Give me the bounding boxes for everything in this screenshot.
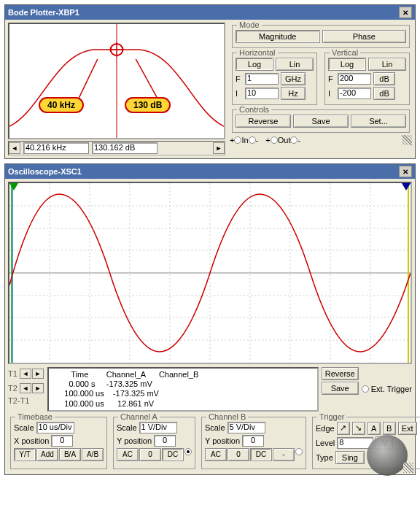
- channel-b-group: Channel B Scale5 V/Div Y position0 AC 0 …: [201, 417, 306, 469]
- vertical-group: Vertical Log Lin F200dB I-200dB: [324, 53, 410, 105]
- v-f-input[interactable]: 200: [338, 73, 371, 85]
- scroll-right-icon[interactable]: ►: [213, 142, 225, 154]
- mode-legend: Mode: [237, 20, 262, 29]
- cursor-readout: Time Channel_A Channel_B 0.000 s -173.32…: [47, 367, 319, 412]
- h-i-unit[interactable]: Hz: [281, 87, 306, 100]
- freq-callout: 40 kHz: [39, 97, 84, 113]
- t1-left-icon[interactable]: ◄: [20, 369, 31, 379]
- h-f-input[interactable]: 1: [245, 73, 279, 85]
- bode-titlebar[interactable]: Bode Plotter-XBP1 ✕: [5, 5, 415, 20]
- controls-group: Controls Reverse Save Set...: [232, 109, 410, 133]
- ab-button[interactable]: A/B: [82, 448, 104, 461]
- watermark-logo: [367, 435, 408, 476]
- timebase-group: Timebase Scale10 us/Div X position0 Y/T …: [10, 417, 107, 469]
- oscilloscope-display[interactable]: [8, 182, 412, 364]
- gain-callout: 130 dB: [125, 97, 171, 113]
- trig-type-button[interactable]: Sing: [335, 451, 365, 464]
- out-plus-radio[interactable]: [271, 136, 278, 144]
- osc-titlebar[interactable]: Oscilloscope-XSC1 ✕: [5, 164, 415, 179]
- cha-dc-button[interactable]: DC: [162, 448, 184, 461]
- edge-rising-icon[interactable]: ↗: [337, 422, 350, 435]
- cha-scale-input[interactable]: 1 V/Div: [139, 422, 177, 433]
- cursor-t2-marker[interactable]: [402, 183, 411, 190]
- bode-window: Bode Plotter-XBP1 ✕ 40 kHz 130 dB ◄: [4, 4, 416, 159]
- t2-right-icon[interactable]: ►: [32, 383, 44, 393]
- chb-scale-input[interactable]: 5 V/Div: [228, 422, 265, 433]
- oscilloscope-window: Oscilloscope-XSC1 ✕ T1 ◄► T2 ◄► T2-T1: [4, 163, 416, 475]
- in-plus-radio[interactable]: [234, 136, 241, 144]
- magnitude-button[interactable]: Magnitude: [236, 30, 320, 43]
- v-log-button[interactable]: Log: [328, 58, 366, 71]
- yt-button[interactable]: Y/T: [14, 448, 36, 461]
- in-minus-radio[interactable]: [249, 136, 256, 144]
- set-button[interactable]: Set...: [351, 115, 406, 128]
- v-f-unit[interactable]: dB: [373, 72, 395, 85]
- edge-falling-icon[interactable]: ↘: [352, 422, 365, 435]
- chb-ac-button[interactable]: AC: [205, 448, 227, 461]
- h-f-unit[interactable]: GHz: [281, 72, 306, 85]
- chb-dc-button[interactable]: DC: [250, 448, 272, 461]
- phase-button[interactable]: Phase: [322, 30, 407, 43]
- bode-readout-bar: ◄ 40.216 kHz 130.162 dB ►: [8, 141, 225, 155]
- ext-trigger-radio[interactable]: [362, 385, 369, 393]
- cursor-t1-marker[interactable]: [9, 183, 18, 190]
- cha-0-button[interactable]: 0: [139, 448, 161, 461]
- chb-ypos-input[interactable]: 0: [242, 435, 264, 447]
- resize-grip-icon[interactable]: [403, 463, 413, 473]
- bode-plot-area[interactable]: 40 kHz 130 dB: [8, 23, 225, 139]
- gain-readout: 130.162 dB: [92, 142, 158, 154]
- window-title: Oscilloscope-XSC1: [8, 167, 82, 176]
- osc-reverse-button[interactable]: Reverse: [322, 367, 359, 380]
- channel-a-group: Channel A Scale1 V/Div Y position0 AC 0 …: [113, 417, 195, 469]
- trig-a-button[interactable]: A: [368, 422, 381, 435]
- freq-readout: 40.216 kHz: [23, 142, 89, 154]
- ba-button[interactable]: B/A: [59, 448, 81, 461]
- scroll-left-icon[interactable]: ◄: [9, 142, 20, 154]
- trig-ext-button[interactable]: Ext: [398, 422, 417, 435]
- save-button[interactable]: Save: [293, 115, 349, 128]
- cha-on-radio[interactable]: [184, 448, 192, 455]
- h-lin-button[interactable]: Lin: [276, 58, 314, 71]
- reverse-button[interactable]: Reverse: [236, 115, 291, 128]
- trig-b-button[interactable]: B: [383, 422, 396, 435]
- cha-ypos-input[interactable]: 0: [154, 435, 176, 447]
- cha-ac-button[interactable]: AC: [117, 448, 139, 461]
- v-lin-button[interactable]: Lin: [368, 58, 406, 71]
- v-i-input[interactable]: -200: [338, 88, 371, 99]
- v-i-unit[interactable]: dB: [373, 87, 395, 100]
- t1-right-icon[interactable]: ►: [32, 369, 44, 379]
- xposition-input[interactable]: 0: [51, 435, 73, 447]
- close-icon[interactable]: ✕: [399, 166, 412, 177]
- osc-save-button[interactable]: Save: [322, 382, 359, 395]
- chb-minus-button[interactable]: -: [273, 448, 295, 461]
- horizontal-group: Horizontal Log Lin F1GHz I10Hz: [232, 53, 317, 105]
- timebase-scale-input[interactable]: 10 us/Div: [36, 422, 74, 433]
- t2-left-icon[interactable]: ◄: [20, 383, 31, 393]
- close-icon[interactable]: ✕: [399, 7, 412, 18]
- h-i-input[interactable]: 10: [245, 88, 279, 99]
- out-minus-radio[interactable]: [290, 136, 298, 144]
- chb-on-radio[interactable]: [295, 448, 303, 455]
- add-button[interactable]: Add: [36, 448, 58, 461]
- resize-grip-icon[interactable]: [402, 135, 412, 145]
- mode-group: Mode Magnitude Phase: [232, 25, 410, 48]
- window-title: Bode Plotter-XBP1: [8, 8, 79, 17]
- chb-0-button[interactable]: 0: [228, 448, 249, 461]
- h-log-button[interactable]: Log: [236, 58, 273, 71]
